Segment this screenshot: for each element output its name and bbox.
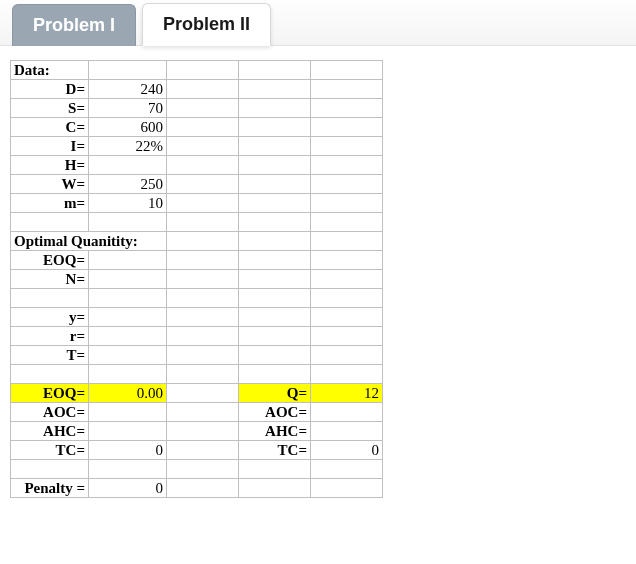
label-r: r= [11,327,89,346]
value-C[interactable]: 600 [89,118,167,137]
value-N[interactable] [89,270,167,289]
value-y[interactable] [89,308,167,327]
label-compare-Q: Q= [239,384,311,403]
label-right-TC: TC= [239,441,311,460]
value-r[interactable] [89,327,167,346]
value-left-TC[interactable]: 0 [89,441,167,460]
spreadsheet-area: Data: D=240 S=70 C=600 I=22% H= W=250 m=… [0,46,636,498]
value-T[interactable] [89,346,167,365]
value-m[interactable]: 10 [89,194,167,213]
label-T: T= [11,346,89,365]
value-compare-Q[interactable]: 12 [311,384,383,403]
label-left-TC: TC= [11,441,89,460]
label-W: W= [11,175,89,194]
label-y: y= [11,308,89,327]
label-N: N= [11,270,89,289]
tab-problem-1[interactable]: Problem I [12,4,136,46]
tab-problem-2[interactable]: Problem II [142,3,271,46]
value-right-AOC[interactable] [311,403,383,422]
value-left-AOC[interactable] [89,403,167,422]
label-S: S= [11,99,89,118]
value-left-AHC[interactable] [89,422,167,441]
value-right-TC[interactable]: 0 [311,441,383,460]
value-EOQ[interactable] [89,251,167,270]
label-D: D= [11,80,89,99]
label-EOQ: EOQ= [11,251,89,270]
value-W[interactable]: 250 [89,175,167,194]
value-D[interactable]: 240 [89,80,167,99]
label-I: I= [11,137,89,156]
value-penalty[interactable]: 0 [89,479,167,498]
label-C: C= [11,118,89,137]
section-header-optimal-quantity: Optimal Quanitity: [11,232,167,251]
section-header-data: Data: [11,61,89,80]
value-H[interactable] [89,156,167,175]
value-I[interactable]: 22% [89,137,167,156]
label-left-AHC: AHC= [11,422,89,441]
value-right-AHC[interactable] [311,422,383,441]
spreadsheet-table: Data: D=240 S=70 C=600 I=22% H= W=250 m=… [10,60,383,498]
label-penalty: Penalty = [11,479,89,498]
label-compare-EOQ: EOQ= [11,384,89,403]
label-right-AHC: AHC= [239,422,311,441]
tab-bar: Problem I Problem II [0,0,636,46]
label-right-AOC: AOC= [239,403,311,422]
label-H: H= [11,156,89,175]
label-m: m= [11,194,89,213]
value-compare-EOQ[interactable]: 0.00 [89,384,167,403]
label-left-AOC: AOC= [11,403,89,422]
value-S[interactable]: 70 [89,99,167,118]
